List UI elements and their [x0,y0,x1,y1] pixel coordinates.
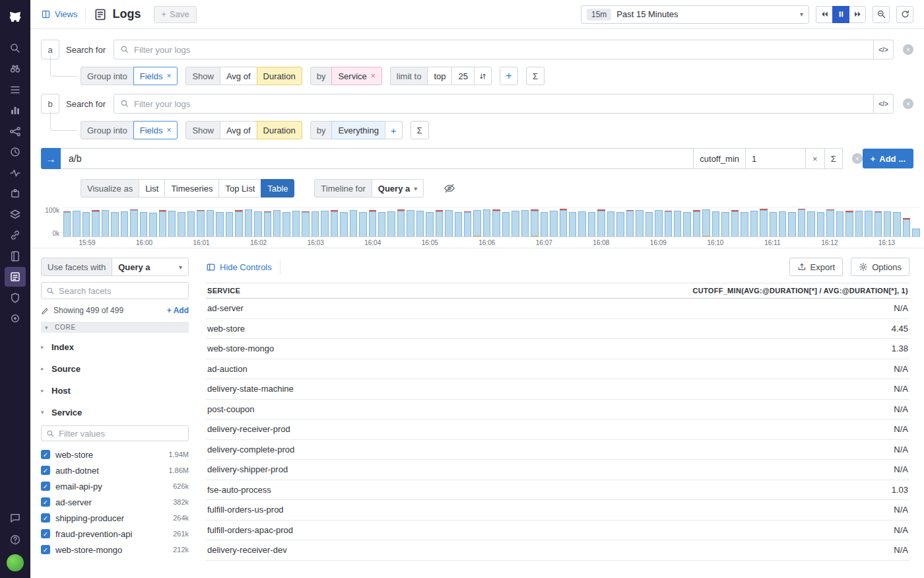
histogram-bar[interactable] [626,210,634,236]
histogram-bar[interactable] [92,210,99,236]
table-row[interactable]: post-couponN/A [206,400,909,420]
query-a-remove-button[interactable]: × [903,44,913,55]
options-button[interactable]: Options [851,258,909,276]
histogram-bar[interactable] [130,209,137,236]
time-range-select[interactable]: 15m Past 15 Minutes ▾ [581,5,809,24]
histogram-bar[interactable] [683,212,690,236]
checkbox-checked[interactable]: ✓ [41,450,50,459]
histogram-bar[interactable] [770,212,777,236]
histogram-bar[interactable] [492,209,500,236]
rewind-button[interactable] [816,6,833,23]
facet-group-source[interactable]: ▸ Source [41,359,189,379]
histogram-bar[interactable] [407,210,414,236]
table-row[interactable]: web-store-mongo1.38 [206,339,909,359]
histogram-bar[interactable] [292,211,300,236]
facet-value-row[interactable]: ✓email-api-py626k [41,478,189,494]
histogram-bar[interactable] [702,209,710,236]
aggregation-select[interactable]: Avg of [220,121,257,139]
histogram-bar[interactable] [464,211,471,236]
histogram-bar[interactable] [655,210,662,236]
histogram-bar[interactable] [226,212,233,236]
remove-function-button[interactable]: × [805,148,825,169]
by-service-chip[interactable]: Service × [331,67,381,85]
query-b-remove-button[interactable]: × [903,98,913,109]
histogram-bar[interactable] [436,210,443,236]
add-group-by-button[interactable]: + [385,121,403,139]
histogram-bar[interactable] [817,212,824,236]
histogram-bar[interactable] [788,212,795,236]
facet-group-index[interactable]: ▸ Index [41,337,189,357]
table-row[interactable]: ad-serverN/A [206,299,909,319]
histogram-bar[interactable] [588,212,595,236]
query-a-code-toggle[interactable]: </> [874,40,894,59]
shield-icon[interactable] [5,288,26,308]
checkbox-checked[interactable]: ✓ [41,497,50,507]
histogram-bar[interactable] [282,212,290,236]
histogram-bar[interactable] [807,211,814,236]
checkbox-checked[interactable]: ✓ [41,482,50,491]
histogram-bar[interactable] [416,211,424,236]
table-row[interactable]: fulfill-orders-us-prodN/A [206,500,909,521]
histogram-bar[interactable] [826,209,834,236]
bar-chart-icon[interactable] [5,100,26,120]
histogram-bar[interactable] [455,212,462,236]
histogram-bar[interactable] [893,212,900,236]
tab-top-list[interactable]: Top List [218,179,261,198]
user-avatar[interactable] [7,554,24,571]
histogram-bar[interactable] [721,212,729,236]
function-arg[interactable]: 1 [745,148,806,169]
histogram-bar[interactable] [550,211,557,236]
histogram-bar[interactable] [884,211,891,236]
measure-chip[interactable]: Duration [257,67,302,85]
histogram-bar[interactable] [321,211,328,236]
add-group-by-button[interactable]: + [500,67,518,85]
tab-list[interactable]: List [139,179,165,198]
facet-value-row[interactable]: ✓web-store1.94M [41,447,189,462]
facet-value-row[interactable]: ✓shipping-producer264k [41,510,189,526]
histogram-bar[interactable] [541,212,548,236]
histogram-bar[interactable] [616,212,624,236]
facet-group-host[interactable]: ▸ Host [41,380,189,400]
histogram-bar[interactable] [387,211,395,236]
column-header-service[interactable]: SERVICE [207,287,240,295]
table-row[interactable]: fulfill-orders-apac-prodN/A [206,521,909,541]
facet-value-row[interactable]: ✓web-store-mongo212k [41,542,189,558]
histogram-bar[interactable] [845,211,853,236]
add-facet-link[interactable]: + Add [167,306,189,315]
clock-icon[interactable] [5,142,26,162]
histogram-bar[interactable] [731,210,739,236]
facet-value-row[interactable]: ✓auth-dotnet1.86M [41,462,189,478]
help-icon[interactable] [5,530,26,550]
target-icon[interactable] [5,308,26,328]
link-icon[interactable] [5,225,26,245]
sigma-formula-button[interactable]: Σ [411,121,429,139]
facet-value-row[interactable]: ✓fraud-prevention-api261k [41,526,189,542]
sigma-function-button[interactable]: Σ [824,148,843,169]
column-header-value[interactable]: CUTOFF_MIN(AVG:@DURATION[*] / AVG:@DURAT… [692,287,908,295]
histogram-bar[interactable] [216,212,223,236]
group-field-chip[interactable]: Fields × [133,121,178,139]
histogram-bar[interactable] [359,212,366,236]
histogram-bar[interactable] [63,211,71,236]
histogram-bar[interactable] [197,210,204,236]
query-a-search-input[interactable] [134,45,867,55]
histogram-bar[interactable] [560,209,567,236]
limit-count-select[interactable]: 25 [451,67,474,85]
facet-group-service[interactable]: ▾ Service [41,402,189,422]
pencil-icon[interactable] [41,307,50,315]
histogram-bar[interactable] [331,210,338,236]
histogram-bar[interactable] [207,210,214,236]
checkbox-checked[interactable]: ✓ [41,466,50,475]
core-section-header[interactable]: ▾ CORE [41,322,189,333]
histogram-bar[interactable] [760,209,767,236]
sort-order-button[interactable] [474,67,492,85]
logs-icon[interactable] [5,267,26,287]
histogram-bar[interactable] [674,211,681,236]
checkbox-checked[interactable]: ✓ [41,529,50,538]
histogram-bar[interactable] [159,210,166,236]
histogram-bar[interactable] [521,210,529,236]
histogram-bar[interactable] [607,211,614,236]
limit-direction-select[interactable]: top [427,67,452,85]
histogram-bar[interactable] [302,211,309,236]
histogram-bar[interactable] [445,210,452,236]
